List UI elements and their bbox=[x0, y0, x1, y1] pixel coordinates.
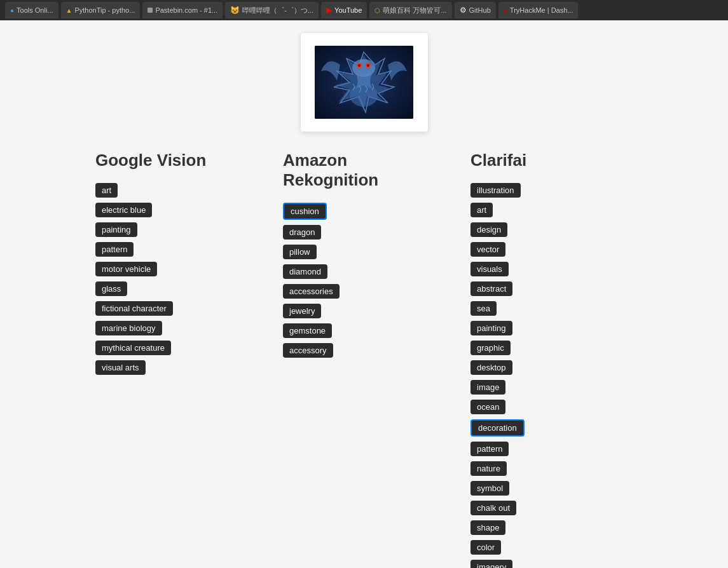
tag-chalk-out: chalk out bbox=[470, 501, 516, 515]
google-vision-tags: art electric blue painting pattern motor… bbox=[95, 183, 258, 375]
tab-pythontip[interactable]: ▲ PythonTip - pytho... bbox=[61, 2, 141, 18]
tag-nature: nature bbox=[470, 461, 507, 476]
tag-symbol: symbol bbox=[470, 481, 509, 496]
tag-painting: painting bbox=[95, 222, 137, 237]
tag-image: image bbox=[470, 380, 505, 395]
tag-imagery: imagery bbox=[470, 560, 512, 568]
tag-electric-blue: electric blue bbox=[95, 203, 152, 217]
tag-vector: vector bbox=[470, 242, 505, 257]
tag-fictional-character: fictional character bbox=[95, 301, 173, 316]
tag-glass: glass bbox=[95, 281, 127, 296]
amazon-rekognition-tags: cushion dragon pillow diamond accessorie… bbox=[283, 203, 445, 358]
tag-illustration: illustration bbox=[470, 183, 521, 198]
amazon-rekognition-title: Amazon Rekognition bbox=[283, 151, 445, 190]
tab-tools[interactable]: ● Tools Onli... bbox=[5, 2, 58, 18]
tag-art: art bbox=[95, 183, 118, 198]
tag-diamond: diamond bbox=[283, 264, 327, 279]
tag-visuals: visuals bbox=[470, 262, 509, 276]
amazon-rekognition-column: Amazon Rekognition cushion dragon pillow… bbox=[283, 151, 445, 568]
tab-moe[interactable]: ⬡ 萌娘百科 万物皆可... bbox=[369, 2, 451, 18]
tag-cushion: cushion bbox=[283, 203, 327, 220]
tab-youtube[interactable]: ▶ YouTube bbox=[321, 2, 367, 18]
tag-visual-arts: visual arts bbox=[95, 360, 146, 375]
tag-ocean: ocean bbox=[470, 400, 505, 414]
tag-abstract: abstract bbox=[470, 281, 512, 296]
tag-pillow: pillow bbox=[283, 245, 317, 259]
labels-section: Google Vision art electric blue painting… bbox=[0, 151, 728, 568]
tab-pastebin[interactable]: Pastebin.com - #1... bbox=[142, 2, 223, 18]
clarifai-title: Clarifai bbox=[470, 151, 633, 170]
clarifai-column: Clarifai illustration art design vector … bbox=[470, 151, 633, 568]
tag-gemstone: gemstone bbox=[283, 323, 332, 338]
tag-art-c: art bbox=[470, 203, 493, 217]
tag-decoration: decoration bbox=[470, 419, 525, 436]
svg-point-7 bbox=[367, 64, 369, 67]
tag-color: color bbox=[470, 540, 501, 555]
tab-github[interactable]: ⚙ GitHub bbox=[455, 2, 496, 18]
google-vision-column: Google Vision art electric blue painting… bbox=[95, 151, 258, 568]
tag-pattern-c: pattern bbox=[470, 442, 509, 456]
tag-marine-biology: marine biology bbox=[95, 321, 162, 335]
svg-point-6 bbox=[358, 64, 361, 67]
tag-shape: shape bbox=[470, 520, 505, 535]
tag-pattern: pattern bbox=[95, 242, 134, 257]
tab-tryhackme[interactable]: ● TryHackMe | Dash... bbox=[498, 2, 579, 18]
tag-sea: sea bbox=[470, 301, 497, 316]
tag-graphic: graphic bbox=[470, 341, 511, 355]
tag-desktop: desktop bbox=[470, 360, 512, 375]
tag-motor-vehicle: motor vehicle bbox=[95, 262, 157, 276]
browser-tab-bar: ● Tools Onli... ▲ PythonTip - pytho... P… bbox=[0, 0, 728, 20]
image-card bbox=[301, 33, 428, 132]
tag-mythical-creature: mythical creature bbox=[95, 341, 171, 355]
tag-design: design bbox=[470, 222, 507, 237]
card-image bbox=[315, 46, 413, 119]
tag-dragon: dragon bbox=[283, 225, 321, 240]
google-vision-title: Google Vision bbox=[95, 151, 258, 170]
tag-painting-c: painting bbox=[470, 321, 512, 335]
page-content: Google Vision art electric blue painting… bbox=[0, 20, 728, 568]
tag-accessories: accessories bbox=[283, 284, 340, 299]
clarifai-tags: illustration art design vector visuals a… bbox=[470, 183, 633, 568]
tag-accessory: accessory bbox=[283, 343, 333, 358]
tag-jewelry: jewelry bbox=[283, 304, 321, 318]
image-section bbox=[0, 33, 728, 132]
tab-bilibili[interactable]: 😺 哔哩哔哩（゜-゜）つ... bbox=[225, 2, 319, 18]
